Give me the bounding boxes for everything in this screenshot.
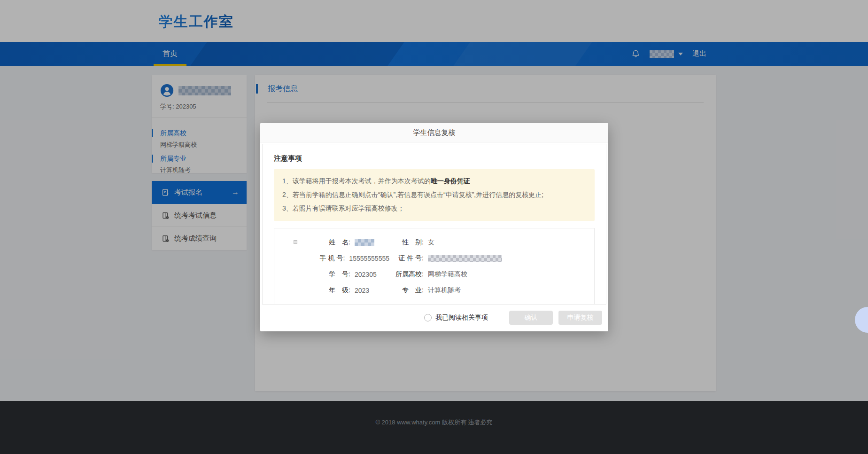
notice-item-2: 2、若当前学籍的信息正确则点击“确认”,若信息有误点击“申请复核”,并进行信息的… [282,188,586,202]
gender-label: 性 别: [393,238,424,247]
info-row: 手 机 号: 15555555555 证 件 号: [274,250,594,266]
gender-value: 女 [428,238,434,247]
agree-checkbox-group[interactable]: 我已阅读相关事项 [424,313,488,322]
info-row: 年 级: 2023 专 业: 计算机随考 [274,282,594,298]
apply-review-button[interactable]: 申请复核 [558,311,602,325]
broken-photo-icon [294,240,297,244]
school-value: 网梯学籍高校 [428,270,467,279]
id-number-redacted [428,255,502,262]
student-info-panel: 姓 名: 性 别: 女 手 机 号: 15555555555 证 件 号: [274,228,595,305]
major-value: 计算机随考 [428,286,461,295]
phone-label: 手 机 号: [319,254,345,263]
notice-box: 1、该学籍将用于报考本次考试，并作为本次考试的唯一身份凭证 2、若当前学籍的信息… [274,169,595,221]
id-number-label: 证 件 号: [393,254,424,263]
major-label: 专 业: [393,286,424,295]
student-no-label: 学 号: [319,270,350,279]
info-row: 学 号: 202305 所属高校: 网梯学籍高校 [274,266,594,282]
notice-item-1: 1、该学籍将用于报考本次考试，并作为本次考试的唯一身份凭证 [282,174,586,188]
student-info-review-modal: 学生信息复核 注意事项 1、该学籍将用于报考本次考试，并作为本次考试的唯一身份凭… [260,123,608,331]
name-value-redacted [355,239,374,246]
grade-label: 年 级: [319,286,350,295]
notice-item-3: 3、若照片有误请联系对应学籍高校修改； [282,202,586,215]
modal-title: 学生信息复核 [260,123,608,142]
info-row: 姓 名: 性 别: 女 [274,235,594,250]
agree-radio[interactable] [424,314,432,321]
name-label: 姓 名: [319,238,350,247]
modal-footer: 我已阅读相关事项 确认 申请复核 [260,305,608,331]
student-no-value: 202305 [355,271,377,278]
school-label: 所属高校: [393,270,424,279]
notice-heading: 注意事项 [274,154,595,163]
modal-body: 注意事项 1、该学籍将用于报考本次考试，并作为本次考试的唯一身份凭证 2、若当前… [262,144,606,305]
confirm-button[interactable]: 确认 [509,311,553,325]
grade-value: 2023 [355,287,369,294]
phone-value: 15555555555 [349,255,389,262]
agree-label: 我已阅读相关事项 [435,313,488,322]
